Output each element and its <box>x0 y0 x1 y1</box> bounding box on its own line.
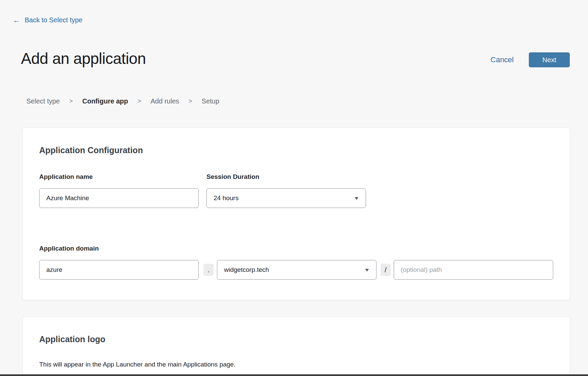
application-name-input[interactable] <box>39 188 199 208</box>
header-actions: Cancel Next <box>491 52 570 67</box>
breadcrumb-separator: > <box>69 98 73 105</box>
breadcrumb-separator: > <box>189 98 192 105</box>
domain-slash-separator: / <box>381 264 391 276</box>
add-application-page: ← Back to Select type Add an application… <box>0 0 588 376</box>
step-add-rules[interactable]: Add rules <box>151 97 179 105</box>
logo-card-description: This will appear in the App Launcher and… <box>39 361 236 368</box>
logo-card-title: Application logo <box>39 334 105 344</box>
session-duration-label: Session Duration <box>206 173 259 181</box>
back-link-label: Back to Select type <box>25 16 82 24</box>
next-button[interactable]: Next <box>529 52 570 67</box>
domain-select-value: widgetcorp.tech <box>224 266 269 274</box>
application-domain-label: Application domain <box>39 245 99 252</box>
step-select-type[interactable]: Select type <box>26 97 60 105</box>
subdomain-input[interactable] <box>39 260 199 280</box>
session-duration-value: 24 hours <box>214 194 239 202</box>
path-input[interactable] <box>394 260 553 280</box>
domain-dot-separator: . <box>203 264 214 276</box>
application-name-label: Application name <box>39 173 93 181</box>
step-setup[interactable]: Setup <box>202 97 219 105</box>
step-configure-app[interactable]: Configure app <box>82 97 128 105</box>
breadcrumb-separator: > <box>138 98 141 105</box>
back-arrow-icon: ← <box>13 17 20 24</box>
screen-bottom-edge <box>0 374 588 376</box>
back-to-select-type-link[interactable]: ← Back to Select type <box>13 16 82 24</box>
application-logo-card: Application logo This will appear in the… <box>22 316 570 376</box>
wizard-breadcrumb: Select type > Configure app > Add rules … <box>26 97 219 105</box>
cancel-button[interactable]: Cancel <box>491 55 514 64</box>
page-title: Add an application <box>21 49 146 68</box>
application-configuration-card: Application Configuration Application na… <box>22 127 570 300</box>
chevron-down-icon: ▼ <box>364 267 370 273</box>
session-duration-select[interactable]: 24 hours ▼ <box>206 188 366 208</box>
chevron-down-icon: ▼ <box>353 195 360 201</box>
domain-select[interactable]: widgetcorp.tech ▼ <box>217 260 376 280</box>
config-card-title: Application Configuration <box>39 145 143 155</box>
